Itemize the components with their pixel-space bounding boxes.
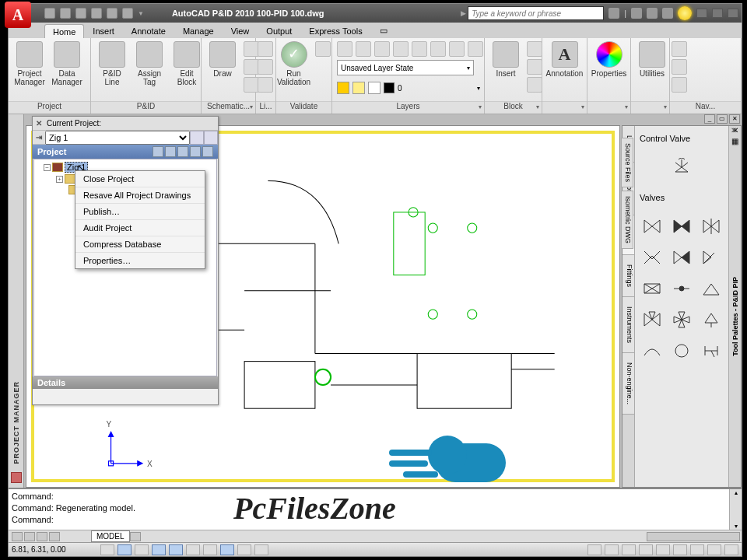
tab-overflow-icon[interactable]: ▭ (371, 23, 396, 38)
status-cleanscreen-button[interactable] (724, 544, 738, 555)
layer-sun-icon[interactable] (352, 82, 365, 94)
ctx-resave-all[interactable]: Resave All Project Drawings (75, 187, 205, 204)
li-btn2[interactable] (258, 59, 273, 75)
ctx-publish[interactable]: Publish… (75, 204, 205, 220)
pm-sicon2[interactable] (165, 146, 176, 157)
infocenter-comm-icon[interactable] (647, 8, 658, 19)
search-input[interactable] (468, 6, 604, 20)
tab-annotate[interactable]: Annotate (123, 23, 174, 38)
annotation-button[interactable]: AAnnotation (547, 41, 582, 78)
layout-nav-last[interactable] (49, 532, 60, 541)
status-annoscale-button[interactable] (622, 544, 636, 555)
status-ducs-button[interactable] (203, 544, 217, 555)
pm-sicon3[interactable] (177, 146, 188, 157)
layout-nav-next[interactable] (37, 532, 47, 541)
status-hardware-button[interactable] (707, 544, 721, 555)
utilities-button[interactable]: Utilities (636, 41, 668, 78)
infocenter-help-icon[interactable] (678, 6, 692, 20)
status-ws-button[interactable] (656, 544, 670, 555)
nav-btn2[interactable] (672, 59, 687, 75)
ctx-audit-project[interactable]: Audit Project (75, 220, 205, 236)
status-annovis-button[interactable] (639, 544, 653, 555)
valve-control-icon[interactable] (669, 154, 694, 180)
status-qview-button[interactable] (605, 544, 619, 555)
toolpal-tab-nonengine[interactable]: Non-engine... (622, 353, 634, 415)
insert-button[interactable]: Insert (489, 41, 522, 78)
panel-title-utilities[interactable]: ▾ (631, 101, 669, 114)
qat-save-icon[interactable] (75, 8, 86, 19)
valve-check-icon[interactable] (699, 213, 724, 240)
block-small2[interactable] (527, 59, 542, 75)
tab-insert[interactable]: Insert (84, 23, 123, 38)
window-close-button[interactable] (728, 9, 738, 18)
valve-arc-icon[interactable] (640, 338, 665, 364)
sidetab-source-files[interactable]: Source Files (621, 138, 633, 187)
project-manager-button[interactable]: Project Manager (13, 41, 46, 86)
panel-title-annotation[interactable]: ▾ (542, 101, 587, 114)
layer-lightbulb-icon[interactable] (337, 82, 349, 94)
panel-title-properties[interactable]: ▾ (587, 101, 630, 114)
command-scrollbar[interactable]: ▴▾ (729, 489, 742, 530)
li-btn3[interactable] (258, 77, 273, 93)
layout-nav-prev[interactable] (24, 532, 35, 541)
valve-relief-icon[interactable] (699, 306, 724, 333)
valve-gate-icon[interactable] (640, 213, 665, 240)
status-ortho-button[interactable] (135, 544, 149, 555)
status-snap-button[interactable] (100, 544, 114, 555)
status-lock-button[interactable] (690, 544, 704, 555)
layer-btn-a7[interactable] (449, 41, 465, 57)
pm-toolbar-icon1[interactable] (190, 131, 204, 145)
mdi-minimize-button[interactable]: _ (704, 114, 715, 124)
project-manager-strip[interactable]: PROJECT MANAGER (9, 114, 24, 488)
model-tab[interactable]: MODEL (91, 530, 130, 542)
tab-manage[interactable]: Manage (174, 23, 223, 38)
qat-new-icon[interactable] (44, 8, 55, 19)
toolpal-title-strip[interactable]: ✕ ▦ Tool Palettes - P&ID PIP (728, 126, 741, 487)
layer-btn-a3[interactable] (374, 41, 390, 57)
valve-angle-icon[interactable] (699, 244, 724, 271)
layer-lock-icon[interactable] (368, 82, 381, 94)
valve-globe-icon[interactable] (669, 213, 694, 240)
qat-print-icon[interactable] (122, 8, 133, 19)
toolpal-close-icon[interactable]: ✕ (728, 126, 739, 137)
qat-undo-icon[interactable] (91, 8, 102, 19)
properties-button[interactable]: Properties (592, 41, 626, 78)
layer-btn-a4[interactable] (393, 41, 409, 57)
data-manager-button[interactable]: Data Manager (51, 41, 83, 86)
pm-pin-icon[interactable]: ⇥ (33, 133, 45, 142)
valve-circle-icon[interactable] (669, 338, 694, 364)
layer-btn-a2[interactable] (356, 41, 371, 57)
command-line-area[interactable]: Command: Command: Regenerating model. Co… (9, 488, 742, 530)
infocenter-star-icon[interactable] (662, 8, 673, 19)
block-small1[interactable] (527, 41, 542, 57)
status-qp-button[interactable] (254, 544, 268, 555)
assign-tag-button[interactable]: Assign Tag (133, 41, 166, 86)
valve-ball-icon[interactable] (640, 244, 665, 271)
command-text[interactable]: Command: Command: Regenerating model. Co… (9, 489, 729, 530)
ctx-close-project[interactable]: Close Project (75, 171, 205, 187)
block-small3[interactable] (527, 77, 542, 93)
validate-small-icon[interactable] (315, 41, 331, 57)
horizontal-scrollbar[interactable] (647, 532, 740, 541)
pm-sicon5[interactable] (202, 146, 213, 157)
status-modelspace-button[interactable] (587, 544, 601, 555)
pm-tree[interactable]: − Zig 1 ↖ + Close Project Resave All Pro… (33, 159, 217, 376)
toolpal-tab-fittings[interactable]: Fittings (622, 255, 634, 297)
layer-btn-a5[interactable] (412, 41, 427, 57)
ctx-compress-db[interactable]: Compress Database (75, 236, 205, 253)
qat-redo-icon[interactable] (107, 8, 117, 19)
status-grid-button[interactable] (117, 544, 132, 555)
panel-title-schematic[interactable]: Schematic...▾ (202, 101, 255, 114)
valve-diaphragm-icon[interactable] (699, 275, 724, 302)
toolpal-strip-menu-icon[interactable]: ▦ (731, 137, 738, 145)
layer-btn-a6[interactable] (430, 41, 446, 57)
status-otrack-button[interactable] (186, 544, 200, 555)
mdi-close-button[interactable]: ✕ (729, 114, 740, 124)
panel-title-block[interactable]: Block▾ (485, 101, 542, 114)
valve-3way-icon[interactable] (640, 306, 665, 333)
status-toolbar-button[interactable] (673, 544, 687, 555)
nav-btn1[interactable] (672, 41, 687, 57)
valve-plug-icon[interactable] (669, 275, 694, 302)
layout-nav-first[interactable] (12, 532, 23, 541)
ctx-properties[interactable]: Properties… (75, 253, 205, 268)
